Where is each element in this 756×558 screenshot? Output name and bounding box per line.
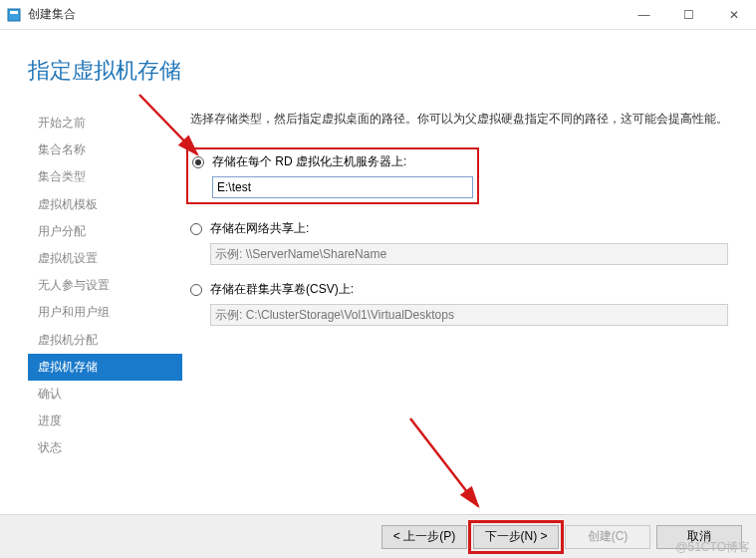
close-button[interactable]: ✕ (711, 0, 756, 29)
radio-row-network-share[interactable]: 存储在网络共享上: (190, 220, 728, 237)
storage-option-csv: 存储在群集共享卷(CSV)上: (190, 281, 728, 326)
window-controls: — ☐ ✕ (622, 0, 756, 29)
sidebar-item[interactable]: 确认 (28, 381, 182, 408)
next-button[interactable]: 下一步(N) > (473, 525, 559, 549)
sidebar-item[interactable]: 用户和用户组 (28, 299, 182, 326)
radio-label-csv: 存储在群集共享卷(CSV)上: (210, 281, 354, 298)
body-area: 开始之前集合名称集合类型虚拟机模板用户分配虚拟机设置无人参与设置用户和用户组虚拟… (28, 110, 728, 504)
wizard-footer: < 上一步(P) 下一步(N) > 创建(C) 取消 (0, 514, 756, 558)
storage-option-network-share: 存储在网络共享上: (190, 220, 728, 265)
sidebar-item[interactable]: 虚拟机分配 (28, 327, 182, 354)
sidebar-item[interactable]: 虚拟机模板 (28, 191, 182, 218)
sidebar-item[interactable]: 进度 (28, 408, 182, 434)
radio-label-rd-host: 存储在每个 RD 虚拟化主机服务器上: (212, 153, 406, 170)
prev-button[interactable]: < 上一步(P) (381, 525, 467, 549)
sidebar-item[interactable]: 开始之前 (28, 110, 182, 137)
description-text: 选择存储类型，然后指定虚拟桌面的路径。你可以为父虚拟硬盘指定不同的路径，这可能会… (190, 110, 728, 128)
content-area: 指定虚拟机存储 开始之前集合名称集合类型虚拟机模板用户分配虚拟机设置无人参与设置… (0, 30, 756, 514)
sidebar-item[interactable]: 虚拟机设置 (28, 245, 182, 272)
wizard-sidebar: 开始之前集合名称集合类型虚拟机模板用户分配虚拟机设置无人参与设置用户和用户组虚拟… (28, 110, 182, 504)
sidebar-item[interactable]: 集合类型 (28, 163, 182, 190)
highlight-box: 存储在每个 RD 虚拟化主机服务器上: (186, 147, 479, 204)
window-title: 创建集合 (28, 6, 622, 23)
storage-option-rd-host: 存储在每个 RD 虚拟化主机服务器上: (190, 147, 728, 204)
sidebar-item[interactable]: 集合名称 (28, 137, 182, 163)
maximize-button[interactable]: ☐ (666, 0, 711, 29)
sidebar-item[interactable]: 无人参与设置 (28, 272, 182, 299)
cancel-button[interactable]: 取消 (656, 525, 742, 549)
radio-row-csv[interactable]: 存储在群集共享卷(CSV)上: (190, 281, 728, 298)
titlebar: 创建集合 — ☐ ✕ (0, 0, 756, 30)
path-input-csv (210, 304, 728, 326)
page-title: 指定虚拟机存储 (28, 56, 728, 86)
svg-rect-1 (10, 11, 18, 14)
sidebar-item[interactable]: 用户分配 (28, 218, 182, 245)
main-panel: 选择存储类型，然后指定虚拟桌面的路径。你可以为父虚拟硬盘指定不同的路径，这可能会… (182, 110, 728, 504)
svg-rect-0 (8, 9, 20, 21)
path-input-network-share (210, 243, 728, 265)
radio-network-share[interactable] (190, 223, 202, 235)
radio-label-network-share: 存储在网络共享上: (210, 220, 309, 237)
minimize-button[interactable]: — (622, 0, 666, 29)
app-icon (6, 7, 22, 23)
sidebar-item[interactable]: 状态 (28, 434, 182, 461)
radio-rd-host[interactable] (192, 156, 204, 168)
path-input-rd-host[interactable] (212, 176, 473, 198)
create-button: 创建(C) (565, 525, 650, 549)
radio-csv[interactable] (190, 284, 202, 296)
radio-row-rd-host[interactable]: 存储在每个 RD 虚拟化主机服务器上: (192, 153, 473, 170)
sidebar-item[interactable]: 虚拟机存储 (28, 354, 182, 381)
